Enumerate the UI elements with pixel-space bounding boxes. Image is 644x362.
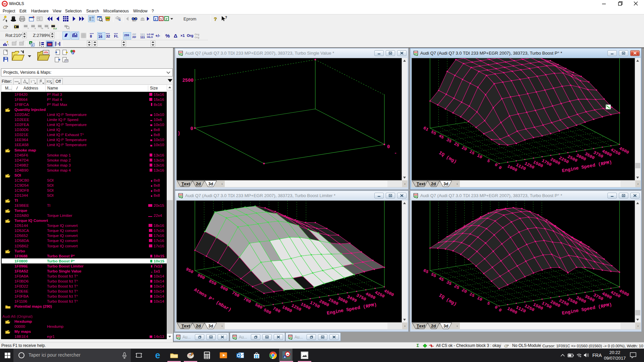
svg-text:?: ? [214, 16, 217, 22]
svg-text:ext: ext [419, 324, 426, 328]
svg-text:F: F [155, 17, 157, 21]
svg-text:P: P [166, 17, 168, 21]
svg-text:?x: ?x [41, 27, 43, 29]
svg-text:3d: 3d [208, 182, 213, 186]
svg-text:Δ: Δ [174, 33, 177, 39]
svg-text:3d: 3d [443, 182, 448, 186]
svg-text:2d: 2d [196, 182, 201, 186]
svg-text:IOI: IOI [288, 335, 292, 338]
svg-text:F: F [32, 44, 34, 47]
svg-text:ext: ext [184, 182, 191, 186]
svg-text:∞: ∞ [287, 353, 289, 356]
svg-text:): ) [177, 131, 180, 136]
svg-text:OFF: OFF [124, 36, 130, 39]
svg-text:IOI: IOI [176, 335, 180, 338]
svg-text:IOI: IOI [414, 51, 418, 54]
svg-text:Org: Org [187, 34, 194, 38]
svg-text:∞: ∞ [3, 1, 6, 6]
svg-text:x: x [35, 27, 36, 29]
svg-text:-: - [394, 150, 397, 156]
svg-text:%: % [165, 33, 170, 39]
svg-text:e: e [155, 351, 160, 359]
svg-text:2d: 2d [431, 324, 436, 328]
svg-text:ols: ols [44, 51, 48, 54]
svg-text:Org: Org [195, 33, 199, 36]
svg-text:IOI: IOI [414, 194, 418, 196]
svg-text:Org: Org [195, 36, 199, 39]
svg-text:×1: ×1 [180, 34, 185, 38]
svg-text:16: 16 [98, 35, 102, 39]
svg-text:IOIl..: IOIl.. [132, 20, 137, 22]
svg-text:+/-: +/- [155, 34, 160, 38]
svg-text:2500: 2500 [182, 78, 194, 83]
svg-text:0: 0 [387, 144, 390, 149]
svg-text:3d: 3d [208, 324, 213, 328]
svg-text:111: 111 [140, 36, 145, 39]
svg-text:32: 32 [106, 34, 110, 38]
svg-text:IOI: IOI [179, 194, 182, 196]
svg-text:V: V [160, 17, 162, 21]
svg-text:#-#: #-# [53, 27, 57, 30]
svg-text:P: P [72, 52, 74, 55]
svg-text:FF: FF [132, 36, 136, 39]
svg-text:Fl.: Fl. [114, 34, 118, 38]
svg-text:Σ: Σ [417, 343, 419, 348]
svg-text:i: i [31, 80, 32, 83]
svg-text:A: A [284, 356, 286, 359]
svg-text:ext: ext [184, 324, 191, 328]
svg-text:2d: 2d [431, 182, 436, 186]
svg-text:ext: ext [419, 182, 426, 186]
svg-text:2d: 2d [196, 324, 201, 328]
svg-text:HILO: HILO [147, 36, 153, 39]
svg-text:IOI: IOI [179, 51, 182, 54]
svg-text:?: ? [225, 16, 227, 19]
svg-text:0: 0 [191, 126, 193, 131]
svg-text:IOI: IOI [233, 335, 236, 338]
svg-text:3d: 3d [443, 324, 448, 328]
svg-text:=: = [28, 27, 29, 29]
svg-text:8: 8 [90, 34, 92, 38]
